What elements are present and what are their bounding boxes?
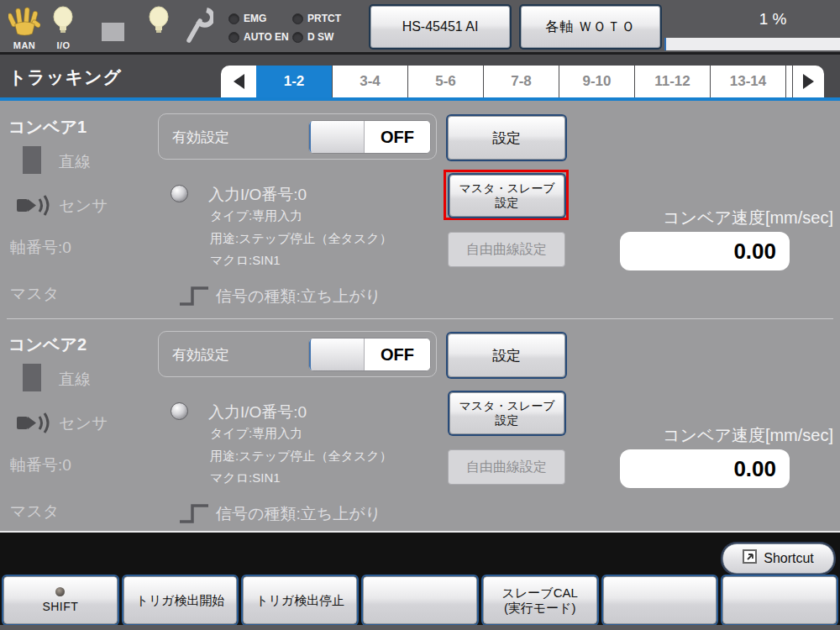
robot-type-button[interactable]: HS-45451 AI [370,6,510,48]
maintenance-button[interactable] [183,5,213,49]
shortcut-button[interactable]: Shortcut [722,543,834,574]
io-monitor-button[interactable]: I/O [52,6,75,50]
settings-button[interactable]: 設定 [448,116,565,160]
input-io-number-label: 入力I/O番号:0 [208,184,307,206]
function-key-row: SHIFT トリガ検出開始 トリガ検出停止 スレーブCAL (実行モード) [0,576,840,624]
auto-en-indicator: AUTO EN [228,31,289,43]
free-curve-settings-button[interactable]: 自由曲線設定 [448,449,565,485]
speed-progress-fill [664,38,666,50]
shift-led-icon [55,587,65,596]
auto-en-label: AUTO EN [244,31,289,43]
fkey-trigger-stop[interactable]: トリガ検出停止 [243,576,357,624]
sensor-label: センサ [59,195,108,217]
rising-edge-icon [178,284,210,311]
conveyor-title: コンベア2 [8,333,87,356]
conveyor-2-section: コンベア2 直線 センサ 軸番号:0 マスタ 有効設定 OFF 入力I/O番号:… [0,320,840,537]
master-slave-line1: マスタ・スレーブ [459,181,555,196]
coordinate-mode-button[interactable]: 各軸 ＷＯＴＯ [521,6,660,48]
square-indicator-icon[interactable] [102,23,124,41]
axis-number-label: 軸番号:0 [10,454,71,476]
tab-1-2[interactable]: 1-2 [256,66,332,97]
fkey-label: SHIFT [42,599,78,614]
io-monitor-label: I/O [56,40,70,50]
tab-13-14[interactable]: 13-14 [710,66,785,97]
prtct-led-icon [292,13,303,24]
toggle-state-label: OFF [365,339,430,370]
enable-toggle[interactable]: OFF [308,120,431,154]
d-sw-led-icon [292,32,303,43]
conveyor-speed-label: コンベア速度[mm/sec] [585,424,833,447]
fkey-empty-1[interactable] [363,576,477,624]
input-io-radio[interactable] [171,402,188,420]
enable-setting-label: 有効設定 [172,128,229,147]
prtct-label: PRTCT [307,13,341,24]
fkey-empty-3[interactable] [722,576,837,624]
toggle-knob[interactable] [309,121,365,153]
input-io-number-label: 入力I/O番号:0 [208,402,307,423]
prtct-indicator: PRTCT [292,13,341,24]
enable-toggle[interactable]: OFF [308,338,431,371]
master-slave-settings-button[interactable]: マスタ・スレーブ 設定 [449,175,564,217]
conveyor-1-section: コンベア1 直線 センサ 軸番号:0 マスタ 有効設定 OFF 入力I/O番号:… [0,102,840,319]
fkey-trigger-start[interactable]: トリガ検出開始 [123,576,238,624]
enable-setting-label: 有効設定 [172,345,229,365]
lamp-icon [148,6,171,39]
manual-mode-button[interactable]: MAN [8,6,40,50]
io-usage-label: 用途:ステップ停止（全タスク） [210,449,392,465]
conveyor-speed-value: 0.00 [620,232,790,270]
line-type-label: 直線 [59,151,91,173]
rising-edge-icon [178,501,210,528]
settings-button[interactable]: 設定 [448,333,565,377]
io-lamp-icon [52,6,75,39]
teach-pendant-screen: MAN I/O [0,0,840,630]
conveyor-title: コンベア1 [8,116,87,139]
sensor-label: センサ [59,412,108,434]
sensor-icon [17,409,50,439]
wrench-icon [183,5,213,49]
sensor-icon [17,192,50,222]
line-type-label: 直線 [59,369,91,391]
tab-scroll-left-button[interactable] [221,66,256,97]
conveyor-speed-value: 0.00 [620,449,790,488]
tab-9-10[interactable]: 9-10 [559,66,634,97]
d-sw-label: D SW [307,31,333,43]
master-slave-line1: マスタ・スレーブ [459,399,555,413]
line-shape-icon [23,146,41,174]
right-triangle-icon [803,74,814,89]
fkey-slave-cal[interactable]: スレーブCAL (実行モード) [483,576,597,624]
fkey-empty-2[interactable] [603,576,717,624]
master-label: マスタ [10,283,59,305]
fkey-label: トリガ検出開始 [136,593,225,608]
tab-scroll-right-button[interactable] [792,66,824,97]
emg-label: EMG [244,13,266,24]
fkey-label: スレーブCAL [502,585,578,601]
tab-strip: 1-2 3-4 5-6 7-8 9-10 11-12 13-14 [221,66,824,97]
signal-kind-label: 信号の種類:立ち上がり [216,503,381,525]
shortcut-label: Shortcut [764,551,814,566]
left-triangle-icon [234,74,244,89]
tab-bar: トラッキング 1-2 3-4 5-6 7-8 9-10 11-12 13-14 [0,55,840,101]
bottom-edge-strip [0,625,840,630]
lamp-button[interactable] [148,6,171,39]
fkey-shift[interactable]: SHIFT [3,576,118,624]
toggle-state-label: OFF [365,121,430,153]
tab-spacer [785,66,792,97]
toggle-knob[interactable] [309,339,365,370]
hand-icon [8,6,40,39]
master-label: マスタ [10,501,59,522]
axis-number-label: 軸番号:0 [10,237,71,259]
speed-percent-label: 1 % [718,10,827,29]
top-status-bar: MAN I/O [0,0,840,55]
master-slave-line2: 設定 [496,413,519,428]
free-curve-settings-button[interactable]: 自由曲線設定 [448,232,565,267]
input-io-radio[interactable] [171,185,188,202]
tab-3-4[interactable]: 3-4 [332,66,407,97]
tab-7-8[interactable]: 7-8 [483,66,559,97]
tab-5-6[interactable]: 5-6 [407,66,483,97]
auto-en-led-icon [228,32,239,43]
io-type-label: タイプ:専用入力 [210,426,302,442]
tab-11-12[interactable]: 11-12 [634,66,710,97]
master-slave-settings-button[interactable]: マスタ・スレーブ 設定 [449,392,564,434]
line-shape-icon [23,364,41,391]
fkey-label2: (実行モード) [504,601,576,616]
